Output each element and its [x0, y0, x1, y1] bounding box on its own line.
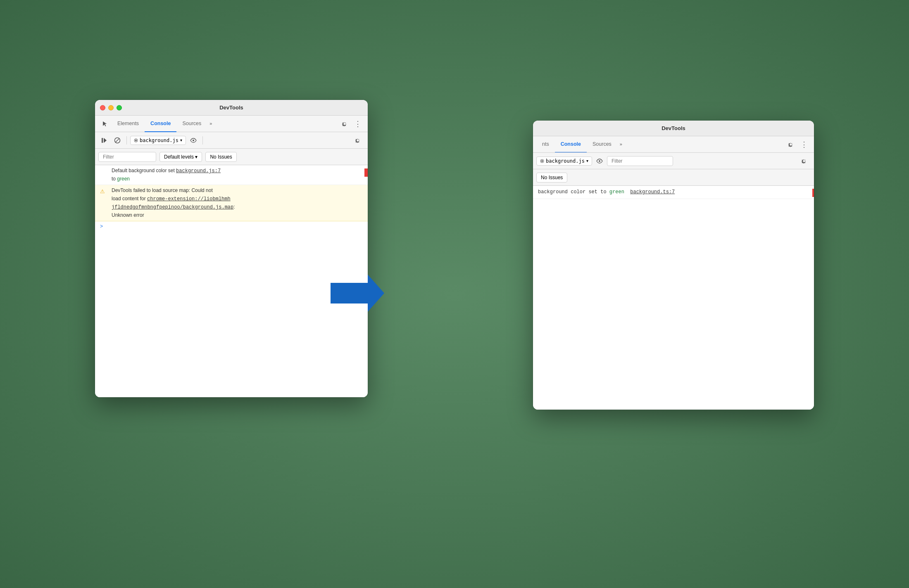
no-issues-btn-left[interactable]: No Issues	[205, 152, 236, 162]
filter-bar-right: No Issues	[533, 169, 814, 186]
msg1-green: green	[117, 176, 130, 182]
toolbar-divider-1	[126, 136, 127, 145]
more-icon-btn-left[interactable]: ⋮	[351, 117, 364, 130]
svg-marker-12	[812, 187, 814, 198]
gear-icon-btn-toolbar[interactable]	[351, 134, 364, 147]
cursor-icon	[102, 121, 108, 127]
console-message-2: ⚠ DevTools failed to load source map: Co…	[95, 185, 368, 221]
svg-marker-7	[364, 167, 368, 178]
gear-icon-btn-left[interactable]	[338, 117, 351, 130]
devtools-body-left: Elements Console Sources » ⋮	[95, 116, 368, 397]
msg1-link[interactable]: background.js:7	[176, 168, 221, 174]
levels-btn-left[interactable]: Default levels ▾	[159, 152, 202, 162]
eye-btn-right[interactable]	[594, 155, 605, 167]
filter-bar-left: Default levels ▾ No Issues	[95, 149, 368, 165]
tab-console-right[interactable]: Console	[555, 136, 587, 153]
file-selector[interactable]: background.js ▾	[130, 136, 186, 145]
window-title-right: DevTools	[662, 125, 685, 131]
svg-marker-8	[331, 275, 384, 312]
toolbar-left: background.js ▾	[95, 132, 368, 149]
play-btn[interactable]	[98, 135, 110, 146]
svg-rect-0	[102, 138, 103, 143]
warning-icon: ⚠	[100, 187, 105, 196]
svg-point-10	[541, 160, 543, 162]
gear-icon-right	[787, 141, 795, 148]
console-message-1: Default background color set background.…	[95, 165, 368, 185]
toolbar-right: background.js ▾	[533, 153, 814, 169]
red-arrow-2	[812, 187, 814, 201]
svg-point-5	[135, 140, 137, 141]
title-bar-left: DevTools	[95, 100, 368, 116]
block-btn[interactable]	[112, 135, 123, 146]
file-selector-right[interactable]: background.js ▾	[536, 156, 592, 166]
cursor-icon-btn[interactable]	[98, 117, 112, 130]
gear-icon-btn-right[interactable]	[784, 138, 797, 151]
filter-input-right[interactable]	[612, 158, 669, 164]
blue-arrow-container	[331, 275, 384, 313]
msg1-prefix: Default background color set	[112, 168, 176, 173]
play-icon	[101, 138, 107, 143]
tab-bar-left: Elements Console Sources » ⋮	[95, 116, 368, 132]
tab-more-left[interactable]: »	[207, 116, 214, 132]
no-issues-btn-right[interactable]: No Issues	[536, 173, 567, 183]
dropdown-arrow-right: ▾	[586, 159, 588, 163]
filter-input-left[interactable]	[98, 152, 156, 162]
more-icon-btn-right[interactable]: ⋮	[797, 138, 811, 151]
eye-btn-left[interactable]	[188, 135, 199, 146]
red-arrow-svg-2	[812, 187, 814, 198]
traffic-light-red[interactable]	[100, 105, 105, 110]
filter-display-right	[607, 156, 673, 166]
file-name-right: background.js	[546, 158, 585, 164]
title-bar-right: DevTools	[533, 121, 814, 136]
console-message-right-1: background color set to green background…	[533, 186, 814, 199]
msg-r1-text: background color set to	[538, 189, 609, 195]
gear-icon-btn-toolbar-right[interactable]	[797, 154, 811, 168]
tab-console[interactable]: Console	[145, 116, 176, 132]
devtools-body-right: nts Console Sources » ⋮	[533, 136, 814, 410]
svg-line-3	[115, 138, 119, 142]
gear-icon-toolbar-right	[800, 157, 808, 165]
scene: DevTools Elements Console Sources	[62, 46, 847, 542]
svg-point-6	[193, 140, 194, 141]
red-arrow-svg-1	[364, 167, 368, 178]
svg-marker-1	[104, 138, 107, 143]
msg-r1-green: green	[609, 189, 624, 195]
dropdown-arrow-left: ▾	[180, 138, 182, 142]
traffic-light-green[interactable]	[117, 105, 122, 110]
gear-icon-toolbar	[354, 137, 362, 144]
blue-arrow-svg	[331, 275, 384, 312]
tab-more-right[interactable]: »	[617, 136, 625, 153]
msg-r1-link[interactable]: background.ts:7	[630, 189, 675, 195]
devtools-window-left: DevTools Elements Console Sources	[95, 100, 368, 397]
console-prompt-left[interactable]: >	[95, 221, 368, 232]
tab-sources-right[interactable]: Sources	[587, 136, 617, 153]
settings-dot-icon	[134, 138, 138, 142]
eye-icon-right	[596, 159, 603, 164]
tab-elements[interactable]: Elements	[112, 116, 145, 132]
traffic-light-yellow[interactable]	[108, 105, 114, 110]
file-name-left: background.js	[140, 138, 178, 143]
console-body-left: Default background color set background.…	[95, 165, 368, 397]
red-arrow-1	[364, 167, 368, 181]
gear-icon-left	[341, 120, 348, 128]
tab-nts[interactable]: nts	[536, 136, 555, 153]
tab-sources[interactable]: Sources	[176, 116, 207, 132]
block-icon	[114, 137, 121, 144]
devtools-window-right: DevTools nts Console Sources »	[533, 121, 814, 410]
svg-point-11	[599, 160, 600, 162]
settings-dot-icon-right	[540, 159, 544, 163]
eye-icon-left	[190, 138, 197, 143]
msg1-to: to	[112, 176, 117, 182]
traffic-lights-left	[100, 105, 122, 110]
console-body-right: background color set to green background…	[533, 186, 814, 410]
tab-bar-right: nts Console Sources » ⋮	[533, 136, 814, 153]
window-title-left: DevTools	[219, 104, 243, 111]
toolbar-divider-2	[202, 136, 203, 145]
